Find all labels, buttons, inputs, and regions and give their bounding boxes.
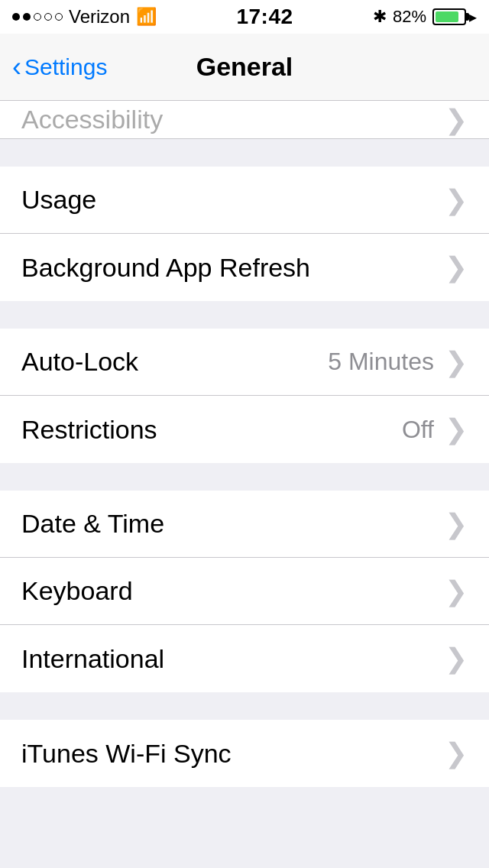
dot-4 [44,13,52,21]
status-right: ✱ 82% ▸ [373,7,477,27]
auto-lock-label: Auto-Lock [21,347,328,377]
keyboard-row[interactable]: Keyboard ❯ [0,558,489,625]
section-divider-4 [0,692,489,720]
usage-chevron-icon: ❯ [445,186,468,214]
restrictions-chevron-icon: ❯ [445,416,468,443]
background-app-refresh-row[interactable]: Background App Refresh ❯ [0,234,489,301]
usage-row[interactable]: Usage ❯ [0,167,489,234]
section-divider-3 [0,463,489,491]
back-button[interactable]: ‹ Settings [12,53,107,81]
restrictions-label: Restrictions [21,415,402,445]
carrier-label: Verizon [69,6,130,28]
keyboard-label: Keyboard [21,576,445,606]
date-time-row[interactable]: Date & Time ❯ [0,491,489,558]
date-time-label: Date & Time [21,509,445,539]
signal-dots [12,13,63,21]
charging-icon: ▸ [469,8,477,26]
restrictions-row[interactable]: Restrictions Off ❯ [0,396,489,463]
section-group-1: Usage ❯ Background App Refresh ❯ [0,167,489,301]
battery-indicator [432,8,466,25]
status-left: Verizon 📶 [12,6,157,28]
partial-row-label: Accessibility [21,105,163,134]
auto-lock-chevron-icon: ❯ [445,348,468,376]
international-row[interactable]: International ❯ [0,625,489,692]
date-time-chevron-icon: ❯ [445,510,468,538]
status-bar: Verizon 📶 17:42 ✱ 82% ▸ [0,0,489,34]
battery-percent: 82% [393,7,426,27]
restrictions-value: Off [402,416,434,444]
status-time: 17:42 [236,5,293,29]
page-title: General [196,52,293,82]
back-label: Settings [24,54,107,80]
battery-shell [432,8,466,25]
itunes-wifi-sync-row[interactable]: iTunes Wi-Fi Sync ❯ [0,720,489,787]
back-chevron-icon: ‹ [12,53,21,81]
section-divider-1 [0,139,489,167]
background-app-refresh-chevron-icon: ❯ [445,254,468,281]
usage-label: Usage [21,185,445,215]
dot-2 [23,13,31,21]
international-label: International [21,644,445,674]
section-group-3: Date & Time ❯ Keyboard ❯ International ❯ [0,491,489,692]
battery-fill [436,11,458,22]
section-divider-2 [0,301,489,329]
background-app-refresh-label: Background App Refresh [21,253,445,283]
partial-accessibility-row[interactable]: Accessibility ❯ [0,101,489,139]
bottom-fill [0,787,489,833]
international-chevron-icon: ❯ [445,645,468,672]
bluetooth-icon: ✱ [373,7,387,27]
partial-chevron-icon: ❯ [445,104,468,136]
section-group-4: iTunes Wi-Fi Sync ❯ [0,720,489,787]
itunes-wifi-sync-chevron-icon: ❯ [445,740,468,767]
auto-lock-value: 5 Minutes [328,348,434,376]
dot-5 [55,13,63,21]
dot-1 [12,13,20,21]
navigation-bar: ‹ Settings General [0,34,489,101]
itunes-wifi-sync-label: iTunes Wi-Fi Sync [21,739,445,769]
section-group-2: Auto-Lock 5 Minutes ❯ Restrictions Off ❯ [0,329,489,463]
auto-lock-row[interactable]: Auto-Lock 5 Minutes ❯ [0,329,489,396]
dot-3 [34,13,41,21]
keyboard-chevron-icon: ❯ [445,578,468,605]
wifi-icon: 📶 [136,7,157,27]
